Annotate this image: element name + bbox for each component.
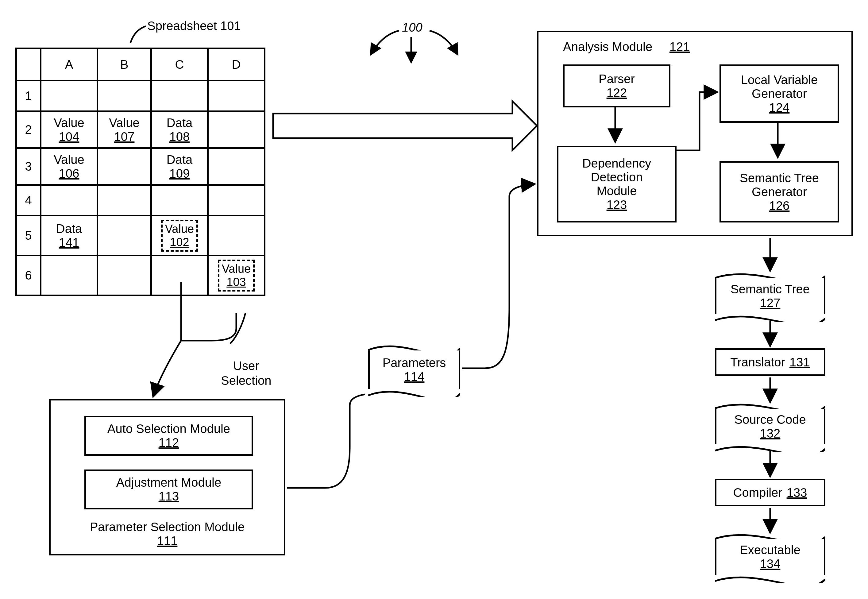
cell-A4 — [41, 185, 98, 216]
parameter-selection-title: Parameter Selection Module 111 — [51, 520, 284, 548]
cell-A1 — [41, 81, 98, 111]
spreadsheet-title: Spreadsheet 101 — [147, 18, 241, 33]
cell-A6 — [41, 256, 98, 295]
cell-C6 — [151, 256, 208, 295]
row-1: 1 — [16, 81, 41, 111]
row-5: 5 — [16, 216, 41, 256]
parameters-doc: Parameters 114 — [368, 347, 460, 393]
user-selection-label: User Selection — [221, 344, 272, 388]
cell-D5 — [208, 216, 265, 256]
row-4: 4 — [16, 185, 41, 216]
diagram-canvas: 100 Spreadsheet 101 A B C D — [0, 0, 868, 599]
cell-D1 — [208, 81, 265, 111]
col-B: B — [98, 48, 151, 81]
cell-C5: Value102 — [151, 216, 208, 256]
cell-C2: Data108 — [151, 111, 208, 148]
executable-doc: Executable 134 — [715, 536, 825, 578]
cell-C3: Data109 — [151, 148, 208, 185]
cell-A3: Value106 — [41, 148, 98, 185]
row-2: 2 — [16, 111, 41, 148]
cell-B4 — [98, 185, 151, 216]
parameter-selection-module: Auto Selection Module 112 Adjustment Mod… — [49, 399, 285, 555]
cell-D4 — [208, 185, 265, 216]
compiler-box: Compiler 133 — [715, 479, 825, 506]
cell-B1 — [98, 81, 151, 111]
adjustment-module: Adjustment Module 113 — [84, 470, 253, 509]
dependency-detection-box: DependencyDetectionModule 123 — [557, 146, 677, 223]
col-C: C — [151, 48, 208, 81]
cell-D2 — [208, 111, 265, 148]
figure-ref: 100 — [402, 20, 423, 35]
cell-D6: Value103 — [208, 256, 265, 295]
cell-C4 — [151, 185, 208, 216]
cell-D6-selection: Value103 — [218, 260, 255, 292]
auto-selection-module: Auto Selection Module 112 — [84, 416, 253, 456]
local-variable-generator-box: Local VariableGenerator 124 — [719, 65, 839, 123]
corner-cell — [16, 48, 41, 81]
analysis-module: Analysis Module 121 Parser 122 Dependenc… — [537, 31, 853, 236]
row-6: 6 — [16, 256, 41, 295]
semantic-tree-generator-box: Semantic TreeGenerator 126 — [719, 161, 839, 223]
cell-C5-selection: Value102 — [161, 220, 198, 251]
cell-B5 — [98, 216, 151, 256]
cell-B3 — [98, 148, 151, 185]
cell-A5: Data141 — [41, 216, 98, 256]
cell-C1 — [151, 81, 208, 111]
col-A: A — [41, 48, 98, 81]
cell-D3 — [208, 148, 265, 185]
cell-A2: Value104 — [41, 111, 98, 148]
source-code-doc: Source Code 132 — [715, 405, 825, 448]
spreadsheet: A B C D 1 2 Value104 Value107 Data108 3 … — [15, 48, 265, 296]
cell-B2: Value107 — [98, 111, 151, 148]
cell-B6 — [98, 256, 151, 295]
translator-box: Translator 131 — [715, 348, 825, 376]
col-D: D — [208, 48, 265, 81]
row-3: 3 — [16, 148, 41, 185]
semantic-tree-doc: Semantic Tree 127 — [715, 275, 825, 318]
analysis-module-title: Analysis Module 121 — [563, 40, 690, 54]
parser-box: Parser 122 — [563, 65, 670, 107]
